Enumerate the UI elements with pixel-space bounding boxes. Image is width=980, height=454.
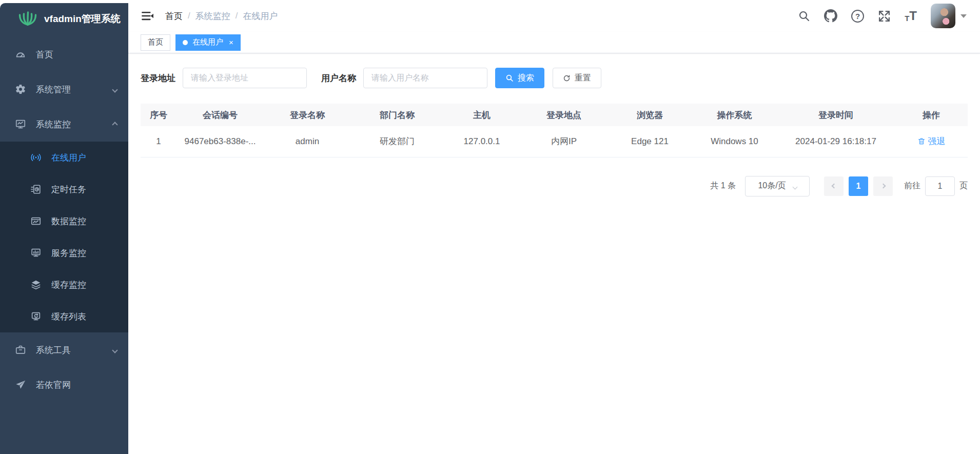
next-page-button[interactable] — [873, 176, 893, 196]
server-monitor-icon — [30, 247, 42, 259]
cell-session-id: 9467eb63-838e-... — [177, 126, 264, 157]
tab-online-users[interactable]: 在线用户 × — [175, 34, 241, 51]
sidebar-item-system-management[interactable]: 系统管理 — [0, 72, 128, 107]
sidebar-item-scheduled-jobs[interactable]: 定时任务 — [0, 173, 128, 205]
caret-down-icon — [961, 14, 967, 18]
layers-icon — [30, 279, 42, 291]
tab-label: 首页 — [148, 37, 163, 47]
cell-seq: 1 — [141, 126, 177, 157]
font-size-large-glyph: T — [909, 10, 917, 22]
tab-home[interactable]: 首页 — [141, 34, 170, 51]
col-header-department: 部门名称 — [351, 104, 443, 126]
sidebar-item-label: 缓存监控 — [51, 279, 86, 291]
breadcrumb-separator: / — [236, 11, 238, 21]
sidebar-item-label: 系统监控 — [36, 119, 71, 130]
monitor-chart-icon — [14, 118, 27, 130]
sidebar-item-label: 定时任务 — [51, 184, 86, 195]
col-header-actions: 操作 — [895, 104, 968, 126]
user-name-label: 用户名称 — [321, 72, 356, 84]
fullscreen-icon[interactable] — [878, 10, 891, 23]
sidebar-item-label: 系统管理 — [36, 84, 71, 95]
app-title: vfadmin管理系统 — [44, 12, 121, 26]
tags-view-bar: 首页 在线用户 × — [128, 32, 980, 53]
page-content: 登录地址 用户名称 搜索 重置 — [128, 53, 980, 196]
close-icon[interactable]: × — [229, 38, 233, 46]
page-unit-label: 页 — [959, 181, 968, 191]
cell-actions: 强退 — [895, 126, 968, 157]
force-logout-label: 强退 — [928, 135, 946, 147]
chevron-down-icon — [113, 84, 117, 94]
sidebar-item-online-users[interactable]: 在线用户 — [0, 142, 128, 173]
prev-page-button[interactable] — [824, 176, 844, 196]
navbar-actions: ? TT — [798, 4, 967, 28]
sidebar-item-cache-list[interactable]: 缓存列表 — [0, 301, 128, 332]
cache-list-icon — [30, 310, 42, 323]
breadcrumb-separator: / — [188, 11, 190, 21]
cell-login-name: admin — [264, 126, 351, 157]
cell-login-time: 2024-01-29 16:18:17 — [777, 126, 895, 157]
sidebar-item-label: 在线用户 — [51, 152, 86, 164]
system-monitor-submenu: 在线用户 定时任务 — [0, 142, 128, 332]
col-header-login-time: 登录时间 — [777, 104, 895, 126]
search-button[interactable]: 搜索 — [495, 68, 544, 88]
breadcrumb-home[interactable]: 首页 — [165, 10, 183, 22]
user-menu[interactable] — [931, 4, 967, 28]
font-size-small-glyph: T — [905, 14, 909, 22]
github-icon[interactable] — [824, 9, 837, 23]
sidebar-item-label: 首页 — [36, 49, 53, 61]
sidebar-item-system-monitor[interactable]: 系统监控 — [0, 107, 128, 142]
login-address-input[interactable] — [183, 68, 307, 88]
sidebar-item-server-monitor[interactable]: 服务监控 — [0, 237, 128, 269]
reset-button-label: 重置 — [575, 73, 591, 84]
dashboard-icon — [14, 48, 27, 61]
search-icon — [505, 74, 514, 82]
cell-host: 127.0.0.1 — [443, 126, 520, 157]
col-header-login-location: 登录地点 — [520, 104, 607, 126]
sidebar-item-cache-monitor[interactable]: 缓存监控 — [0, 269, 128, 301]
refresh-icon — [563, 74, 571, 82]
sidebar-item-official-site[interactable]: 若依官网 — [0, 367, 128, 402]
chevron-left-icon — [831, 184, 836, 189]
sidebar-item-label: 数据监控 — [51, 215, 86, 227]
search-button-label: 搜索 — [518, 73, 534, 84]
breadcrumb: 首页 / 系统监控 / 在线用户 — [165, 10, 278, 22]
force-logout-button[interactable]: 强退 — [917, 135, 946, 147]
sidebar-item-home[interactable]: 首页 — [0, 37, 128, 72]
page-number-1[interactable]: 1 — [849, 176, 868, 196]
cell-department: 研发部门 — [351, 126, 443, 157]
timer-job-icon — [30, 183, 42, 195]
search-icon[interactable] — [798, 10, 810, 22]
goto-page-input[interactable] — [925, 176, 955, 196]
user-avatar[interactable] — [931, 4, 955, 28]
sidebar-item-system-tools[interactable]: 系统工具 — [0, 332, 128, 367]
data-chart-icon — [30, 215, 42, 227]
page-size-select[interactable]: 10条/页 — [745, 176, 810, 196]
font-size-icon[interactable]: TT — [905, 10, 917, 22]
col-header-browser: 浏览器 — [607, 104, 692, 126]
cell-os: Windows 10 — [692, 126, 777, 157]
sidebar-item-label: 若依官网 — [36, 379, 71, 391]
breadcrumb-online-users: 在线用户 — [243, 10, 278, 22]
logo-row[interactable]: vfadmin管理系统 — [0, 3, 128, 35]
sidebar: vfadmin管理系统 首页 系统管理 — [0, 3, 128, 454]
top-navbar: 首页 / 系统监控 / 在线用户 ? — [128, 0, 980, 32]
user-name-input[interactable] — [363, 68, 487, 88]
toolbox-icon — [14, 344, 27, 356]
chevron-down-icon — [113, 345, 117, 355]
sidebar-toggle-icon[interactable] — [141, 9, 154, 23]
logo-plant-icon — [18, 10, 37, 28]
col-header-seq: 序号 — [141, 104, 177, 126]
gear-icon — [14, 83, 27, 95]
cell-browser: Edge 121 — [607, 126, 692, 157]
active-dot — [183, 40, 188, 45]
cell-login-location: 内网IP — [520, 126, 607, 157]
help-icon[interactable]: ? — [851, 10, 864, 23]
sidebar-item-label: 服务监控 — [51, 247, 86, 259]
sidebar-item-label: 缓存列表 — [51, 311, 86, 323]
main-area: 首页 / 系统监控 / 在线用户 ? — [128, 0, 980, 454]
sidebar-item-data-monitor[interactable]: 数据监控 — [0, 205, 128, 237]
pagination: 共 1 条 10条/页 1 前往 页 — [141, 176, 968, 196]
reset-button[interactable]: 重置 — [553, 68, 601, 88]
paper-plane-icon — [14, 379, 27, 391]
chevron-right-icon — [880, 184, 886, 189]
